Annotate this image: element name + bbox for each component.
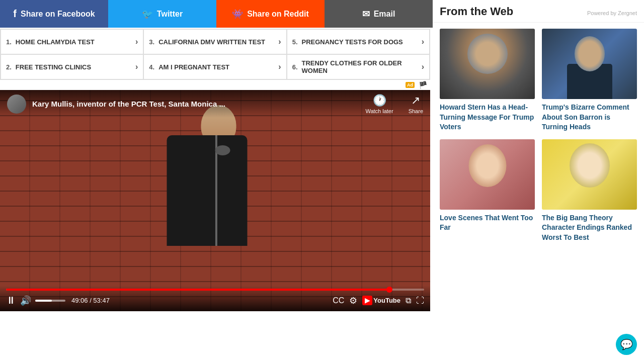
- email-share-label: Email: [374, 10, 395, 19]
- card-title-2: Trump's Bizarre Comment About Son Barron…: [542, 103, 637, 132]
- facebook-share-label: Share on Facebook: [21, 10, 95, 19]
- powered-by: Powered by Zergnet: [587, 10, 637, 16]
- card-image-scenes: [440, 139, 535, 210]
- content-card-1[interactable]: Howard Stern Has a Head-Turning Message …: [440, 29, 535, 132]
- reddit-share-label: Share on Reddit: [247, 10, 309, 19]
- sidebar: From the Web Powered by Zergnet Howard S…: [433, 0, 644, 362]
- search-item-1[interactable]: 1. HOME CHLAMYDIA TEST ›: [1, 29, 143, 54]
- search-item-2[interactable]: 2. FREE TESTING CLINICS ›: [1, 54, 143, 79]
- video-share-label: Share: [409, 108, 423, 114]
- arrow-icon-5: ›: [422, 37, 424, 46]
- volume-slider[interactable]: [35, 300, 65, 302]
- reddit-icon: 👾: [232, 9, 243, 20]
- video-controls: ⏸ 🔊 49:06 / 53:47 CC ⚙ ▶YouTube ⧉ ⛶: [0, 286, 430, 311]
- search-results-grid: 1. HOME CHLAMYDIA TEST › 3. CALIFORNIA D…: [0, 29, 430, 80]
- card-image-bigbang: [542, 139, 637, 210]
- card-image-trump: [542, 29, 637, 99]
- from-web-header: From the Web Powered by Zergnet: [433, 0, 644, 23]
- search-item-5-label: PREGNANCY TESTS FOR DOGS: [302, 38, 403, 46]
- mute-button[interactable]: 🔊: [20, 295, 31, 306]
- content-card-3[interactable]: Love Scenes That Went Too Far: [440, 139, 535, 243]
- search-item-1-label: HOME CHLAMYDIA TEST: [16, 38, 95, 46]
- facebook-icon: f: [13, 8, 17, 20]
- watch-later-button[interactable]: 🕐 Watch later: [365, 94, 393, 114]
- watch-later-label: Watch later: [365, 108, 393, 114]
- card-title-1: Howard Stern Has a Head-Turning Message …: [440, 103, 535, 132]
- share-bar: f Share on Facebook 🐦 Twitter 👾 Share on…: [0, 0, 433, 28]
- search-item-6[interactable]: 6. TRENDY CLOTHES FOR OLDER WOMEN ›: [287, 54, 430, 79]
- content-card-4[interactable]: The Big Bang Theory Character Endings Ra…: [542, 139, 637, 243]
- search-item-4-label: AM I PREGNANT TEST: [158, 63, 229, 71]
- search-item-1-num: 1.: [6, 38, 12, 46]
- ad-flag: 🏴: [419, 81, 427, 89]
- search-item-6-label: TRENDY CLOTHES FOR OLDER WOMEN: [302, 59, 422, 74]
- clock-icon: 🕐: [373, 94, 386, 107]
- content-card-2[interactable]: Trump's Bizarre Comment About Son Barron…: [542, 29, 637, 132]
- search-item-6-num: 6.: [292, 63, 298, 71]
- video-content: [0, 95, 430, 286]
- mic-head: [215, 145, 230, 155]
- card-image-howard: [440, 29, 535, 99]
- card-title-3: Love Scenes That Went Too Far: [440, 213, 535, 233]
- reddit-share-button[interactable]: 👾 Share on Reddit: [216, 0, 325, 28]
- volume-fill: [35, 300, 52, 302]
- search-item-2-label: FREE TESTING CLINICS: [16, 63, 91, 71]
- ad-icon: Ad: [406, 82, 415, 88]
- arrow-icon: ›: [135, 37, 138, 46]
- chat-notification-button[interactable]: 💬: [616, 334, 637, 355]
- search-item-4[interactable]: 4. AM I PREGNANT TEST ›: [143, 54, 286, 79]
- twitter-icon: 🐦: [142, 9, 153, 20]
- arrow-icon-4: ›: [278, 62, 281, 71]
- progress-bar[interactable]: [6, 289, 424, 291]
- content-grid: Howard Stern Has a Head-Turning Message …: [433, 23, 644, 249]
- captions-button[interactable]: CC: [333, 296, 344, 305]
- share-icon: ↗: [411, 94, 420, 107]
- time-display: 49:06 / 53:47: [71, 297, 110, 304]
- arrow-icon-6: ›: [422, 62, 424, 71]
- twitter-share-button[interactable]: 🐦 Twitter: [108, 0, 216, 28]
- progress-dot: [386, 287, 392, 293]
- video-title: Kary Mullis, inventor of the PCR Test, S…: [32, 100, 359, 108]
- controls-row: ⏸ 🔊 49:06 / 53:47 CC ⚙ ▶YouTube ⧉ ⛶: [6, 295, 424, 306]
- email-icon: ✉: [362, 9, 370, 20]
- from-web-title: From the Web: [440, 5, 513, 18]
- controls-right: CC ⚙ ▶YouTube ⧉ ⛶: [333, 295, 424, 306]
- youtube-logo: ▶YouTube: [362, 297, 400, 304]
- video-player[interactable]: Kary Mullis, inventor of the PCR Test, S…: [0, 90, 430, 311]
- arrow-icon-3: ›: [278, 37, 281, 46]
- ad-bar: Ad 🏴: [0, 80, 430, 90]
- person-body: [167, 135, 248, 246]
- search-item-3[interactable]: 3. CALIFORNIA DMV WRITTEN TEST ›: [143, 29, 286, 54]
- search-item-4-num: 4.: [149, 63, 154, 71]
- left-content: f Share on Facebook 🐦 Twitter 👾 Share on…: [0, 0, 433, 362]
- video-top-bar: Kary Mullis, inventor of the PCR Test, S…: [0, 90, 430, 118]
- search-item-3-num: 3.: [149, 38, 154, 46]
- miniplayer-button[interactable]: ⧉: [406, 296, 411, 305]
- search-item-3-label: CALIFORNIA DMV WRITTEN TEST: [158, 38, 265, 46]
- channel-avatar: [7, 95, 26, 114]
- email-share-button[interactable]: ✉ Email: [325, 0, 433, 28]
- arrow-icon-2: ›: [135, 62, 138, 71]
- search-item-5[interactable]: 5. PREGNANCY TESTS FOR DOGS ›: [287, 29, 430, 54]
- card-title-4: The Big Bang Theory Character Endings Ra…: [542, 213, 637, 243]
- fullscreen-button[interactable]: ⛶: [416, 296, 424, 305]
- search-item-5-num: 5.: [292, 38, 298, 46]
- facebook-share-button[interactable]: f Share on Facebook: [0, 0, 108, 28]
- video-share-button[interactable]: ↗ Share: [409, 94, 423, 114]
- main-layout: f Share on Facebook 🐦 Twitter 👾 Share on…: [0, 0, 644, 362]
- settings-button[interactable]: ⚙: [349, 295, 357, 306]
- search-item-2-num: 2.: [6, 63, 12, 71]
- progress-fill: [6, 289, 389, 291]
- twitter-share-label: Twitter: [157, 10, 183, 19]
- play-pause-button[interactable]: ⏸: [6, 295, 16, 306]
